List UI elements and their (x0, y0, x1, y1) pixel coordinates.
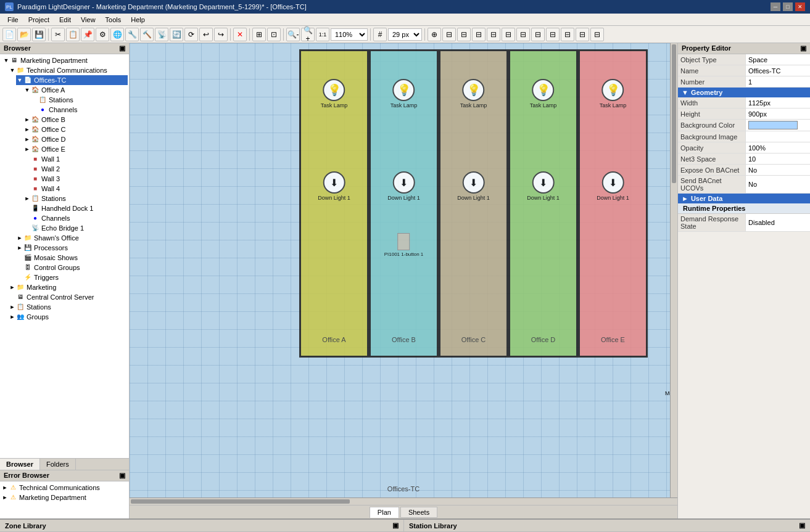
snap-button[interactable]: ⊕ (428, 28, 441, 41)
office-c-room[interactable]: 💡 Task Lamp ⬇ Down Light 1 Office C (439, 49, 508, 358)
tree-office-a[interactable]: ▼ 🏠 Office A (23, 85, 128, 95)
station-library-collapse[interactable]: ▣ (799, 522, 805, 530)
menu-edit[interactable]: Edit (54, 15, 76, 25)
tree-channels-2[interactable]: ● Channels (23, 213, 128, 223)
tree-tech-comm[interactable]: ▼ 📁 Technical Communications (9, 65, 128, 75)
bg-color-swatch[interactable] (748, 121, 798, 129)
open-button[interactable]: 📂 (17, 28, 31, 41)
canvas-tab-sheets[interactable]: Sheets (400, 507, 437, 518)
zoom-fit-button[interactable]: ⊡ (267, 28, 281, 41)
align1-button[interactable]: ⊟ (442, 28, 456, 41)
scrollbar-thumb-h[interactable] (131, 499, 350, 504)
prop-user-data-section[interactable]: ► User Data (678, 194, 810, 203)
delete-button[interactable]: ✕ (233, 28, 247, 41)
office-b-room[interactable]: 💡 Task Lamp ⬇ Down Light 1 PI1001 1-butt… (369, 49, 439, 358)
zoom-in-button[interactable]: 🔍+ (301, 28, 315, 41)
tree-wall-2[interactable]: ■ Wall 2 (23, 164, 128, 174)
horizontal-scrollbar[interactable] (130, 497, 677, 505)
network-button[interactable]: 🌐 (110, 28, 124, 41)
down-light-c[interactable]: ⬇ Down Light 1 (457, 171, 490, 201)
tree-office-d[interactable]: ► 🏠 Office D (23, 134, 128, 144)
tree-wall-3[interactable]: ■ Wall 3 (23, 174, 128, 184)
cut-button[interactable]: ✂ (51, 28, 65, 41)
align7-button[interactable]: ⊟ (531, 28, 545, 41)
align2-button[interactable]: ⊟ (457, 28, 471, 41)
zone-library-collapse[interactable]: ▣ (392, 522, 399, 530)
tree-office-c[interactable]: ► 🏠 Office C (23, 125, 128, 134)
office-e-room[interactable]: 💡 Task Lamp ⬇ Down Light 1 Office E (578, 49, 648, 358)
tool1-button[interactable]: 🔧 (125, 28, 139, 41)
tool2-button[interactable]: 🔨 (140, 28, 154, 41)
save-button[interactable]: 💾 (32, 28, 46, 41)
minimize-button[interactable]: ─ (771, 2, 780, 11)
tree-groups[interactable]: ► 👥 Groups (9, 312, 128, 322)
undo-button[interactable]: ↩ (199, 28, 213, 41)
zoom-100-button[interactable]: 1:1 (316, 28, 329, 41)
tree-wall-4[interactable]: ■ Wall 4 (23, 184, 128, 194)
align11-button[interactable]: ⊟ (590, 28, 604, 41)
align9-button[interactable]: ⊟ (561, 28, 574, 41)
fit-button[interactable]: ⊞ (252, 28, 266, 41)
tool4-button[interactable]: 🔄 (170, 28, 183, 41)
prop-geometry-section[interactable]: ▼ Geometry (678, 88, 810, 97)
error-collapse-icon[interactable]: ▣ (119, 472, 125, 480)
down-light-e[interactable]: ⬇ Down Light 1 (597, 171, 629, 201)
prop-bg-color-value[interactable] (746, 120, 810, 131)
redo-button[interactable]: ↪ (214, 28, 228, 41)
canvas-tab-plan[interactable]: Plan (370, 507, 399, 518)
menu-file[interactable]: File (2, 15, 23, 25)
vertical-scrollbar[interactable] (670, 43, 677, 505)
tab-folders[interactable]: Folders (40, 459, 76, 470)
tab-browser[interactable]: Browser (0, 459, 40, 470)
tree-offices-tc[interactable]: ▼ 📄 Offices-TC (16, 75, 128, 85)
zoom-select[interactable]: 110% (331, 28, 368, 41)
tree-channels[interactable]: ● Channels (31, 105, 128, 115)
tree-triggers[interactable]: ⚡ Triggers (16, 272, 128, 282)
tree-echo-bridge[interactable]: 📡 Echo Bridge 1 (23, 223, 128, 233)
design-canvas[interactable]: 💡 Task Lamp ⬇ Down Light 1 Office A 💡 Ta… (130, 43, 677, 505)
browser-collapse-icon[interactable]: ▣ (119, 44, 125, 52)
align6-button[interactable]: ⊟ (516, 28, 530, 41)
task-lamp-a[interactable]: 💡 Task Lamp (321, 79, 348, 108)
menu-tools[interactable]: Tools (101, 15, 126, 25)
property-collapse-icon[interactable]: ▣ (800, 44, 806, 52)
tree-handheld[interactable]: 📱 Handheld Dock 1 (23, 203, 128, 213)
prop-name-input[interactable] (748, 67, 808, 75)
grid-select[interactable]: 29 px (388, 28, 422, 41)
down-light-b[interactable]: ⬇ Down Light 1 (387, 171, 420, 201)
task-lamp-e[interactable]: 💡 Task Lamp (600, 79, 627, 108)
maximize-button[interactable]: □ (783, 2, 793, 11)
align4-button[interactable]: ⊟ (487, 28, 500, 41)
menu-project[interactable]: Project (23, 15, 54, 25)
paste-button[interactable]: 📌 (81, 28, 94, 41)
task-lamp-b[interactable]: 💡 Task Lamp (391, 79, 418, 108)
task-lamp-c[interactable]: 💡 Task Lamp (460, 79, 487, 108)
error-tech-comm[interactable]: ► ⚠ Technical Communications (1, 483, 128, 493)
zoom-out-button[interactable]: 🔍- (286, 28, 300, 41)
tool3-button[interactable]: 📡 (155, 28, 168, 41)
error-marketing[interactable]: ► ⚠ Marketing Department (1, 493, 128, 502)
align5-button[interactable]: ⊟ (502, 28, 515, 41)
task-lamp-d[interactable]: 💡 Task Lamp (530, 79, 557, 108)
down-light-a[interactable]: ⬇ Down Light 1 (318, 171, 350, 201)
prop-height-input[interactable] (748, 110, 808, 118)
prop-width-value[interactable] (746, 97, 810, 108)
settings-button[interactable]: ⚙ (96, 28, 109, 41)
office-a-room[interactable]: 💡 Task Lamp ⬇ Down Light 1 Office A (299, 49, 369, 358)
menu-help[interactable]: Help (126, 15, 150, 25)
tree-stations[interactable]: 📋 Stations (31, 95, 128, 105)
tree-shawn-office[interactable]: ► 📁 Shawn's Office (16, 233, 128, 243)
new-button[interactable]: 📄 (2, 28, 16, 41)
align8-button[interactable]: ⊟ (546, 28, 560, 41)
tree-processors[interactable]: ► 💾 Processors (16, 243, 128, 253)
tree-office-b[interactable]: ► 🏠 Office B (23, 115, 128, 125)
close-button[interactable]: ✕ (795, 2, 805, 11)
tree-marketing[interactable]: ► 📁 Marketing (9, 282, 128, 292)
pi1001-button[interactable]: PI1001 1-button 1 (384, 233, 424, 257)
tree-stations-2[interactable]: ► 📋 Stations (23, 194, 128, 203)
tree-control-groups[interactable]: 🎛 Control Groups (16, 263, 128, 272)
scrollbar-thumb[interactable] (672, 44, 676, 183)
tree-wall-1[interactable]: ■ Wall 1 (23, 154, 128, 164)
down-light-d[interactable]: ⬇ Down Light 1 (527, 171, 560, 201)
office-d-room[interactable]: 💡 Task Lamp ⬇ Down Light 1 Office D (508, 49, 578, 358)
